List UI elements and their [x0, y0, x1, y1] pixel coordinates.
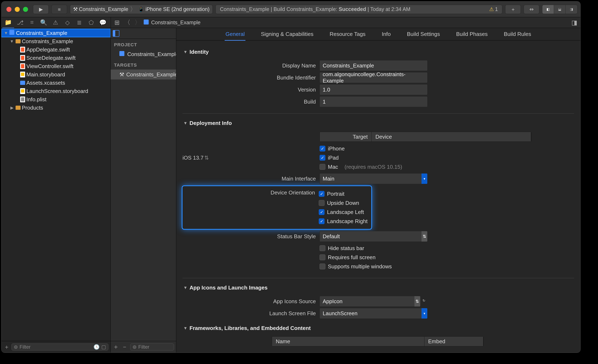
- requires-full-screen-checkbox[interactable]: [320, 254, 325, 260]
- tree-file[interactable]: SceneDelegate.swift: [1, 54, 110, 62]
- breakpoint-navigator-icon[interactable]: ⬠: [85, 17, 97, 28]
- build-label: Build: [183, 98, 320, 105]
- assets-icon: [20, 81, 25, 85]
- project-section-header: PROJECT: [111, 39, 176, 49]
- target-filter[interactable]: ⊜ Filter: [130, 343, 174, 350]
- version-input[interactable]: 1.0: [320, 84, 428, 95]
- target-row[interactable]: ⚒ Constraints_Example: [111, 70, 176, 80]
- status-time: | Today at 2:34 AM: [366, 6, 410, 12]
- tab-signing[interactable]: Signing & Capabilities: [260, 28, 314, 40]
- embed-column-header: Embed: [424, 337, 483, 346]
- tab-info[interactable]: Info: [381, 28, 391, 40]
- landscape-right-checkbox[interactable]: ✓: [319, 218, 324, 224]
- report-navigator-icon[interactable]: 💬: [97, 17, 109, 28]
- upside-down-checkbox[interactable]: [319, 200, 324, 206]
- multiple-windows-checkbox[interactable]: [320, 264, 325, 269]
- back-button[interactable]: 〈: [123, 18, 132, 27]
- editor-options-icon[interactable]: ◨: [570, 18, 579, 27]
- tree-file[interactable]: Info.plist: [1, 95, 110, 104]
- build-input[interactable]: 1: [320, 96, 428, 107]
- tab-resource[interactable]: Resource Tags: [329, 28, 366, 40]
- toggle-target-panel-icon[interactable]: [113, 30, 119, 37]
- library-button[interactable]: ＋: [505, 5, 521, 14]
- toggle-debug[interactable]: ⬓: [554, 5, 566, 14]
- tree-file[interactable]: ViewController.swift: [1, 62, 110, 70]
- editor-tabs: General Signing & Capabilities Resource …: [176, 28, 580, 40]
- disclosure-icon[interactable]: ▼: [9, 39, 14, 44]
- tab-general[interactable]: General: [225, 28, 246, 40]
- app-icons-source-label: App Icons Source: [183, 298, 320, 305]
- launch-screen-combo[interactable]: LaunchScreen▾: [320, 308, 428, 319]
- swift-icon: [20, 47, 25, 53]
- tab-build-phases[interactable]: Build Phases: [455, 28, 489, 40]
- jump-bar-file[interactable]: Constraints_Example: [151, 19, 200, 25]
- disclosure-icon[interactable]: ▶: [9, 105, 14, 110]
- tree-file[interactable]: Main.storyboard: [1, 70, 110, 79]
- tree-root[interactable]: ▼ Constraints_Example: [1, 29, 110, 37]
- tree-item-label: ViewController.swift: [26, 63, 73, 70]
- tree-file[interactable]: LaunchScreen.storyboard: [1, 87, 110, 95]
- ipad-checkbox[interactable]: ✓: [320, 155, 325, 161]
- test-navigator-icon[interactable]: ◇: [61, 17, 73, 28]
- toggle-inspector[interactable]: ◨: [566, 5, 577, 14]
- issue-navigator-icon[interactable]: ⚠: [50, 17, 61, 28]
- disclosure-icon[interactable]: ▼: [183, 326, 188, 331]
- symbol-navigator-icon[interactable]: ⌗: [26, 17, 38, 28]
- tree-file[interactable]: Assets.xcassets: [1, 79, 110, 87]
- recent-icon[interactable]: 🕓: [93, 344, 100, 350]
- project-navigator-icon[interactable]: 📁: [2, 17, 14, 28]
- remove-target-button[interactable]: －: [121, 343, 128, 351]
- tree-item-label: Constraints_Example: [22, 38, 73, 45]
- hide-status-bar-checkbox[interactable]: [320, 245, 325, 251]
- navigator-filter[interactable]: ⊜ Filter 🕓 ▢: [11, 343, 108, 350]
- status-bar[interactable]: Constraints_Example | Build Constraints_…: [216, 5, 502, 14]
- minimize-window-button[interactable]: [15, 7, 20, 12]
- disclosure-icon[interactable]: ▼: [183, 285, 188, 290]
- tree-group-products[interactable]: ▶ Products: [1, 104, 110, 112]
- portrait-checkbox[interactable]: ✓: [319, 191, 324, 197]
- section-title: Frameworks, Libraries, and Embedded Cont…: [190, 325, 311, 332]
- tab-build-settings[interactable]: Build Settings: [406, 28, 441, 40]
- chevron-updown-icon: [422, 231, 427, 242]
- mac-checkbox[interactable]: [320, 164, 325, 170]
- disclosure-icon[interactable]: ▼: [4, 31, 8, 35]
- stop-button[interactable]: ■: [51, 5, 67, 14]
- scheme-selector[interactable]: ⚒ Constraints_Example 〉 📱 iPhone SE (2nd…: [70, 5, 213, 14]
- add-file-button[interactable]: ＋: [4, 343, 10, 351]
- display-name-input[interactable]: Constraints_Example: [320, 60, 428, 71]
- tab-build-rules[interactable]: Build Rules: [503, 28, 532, 40]
- project-row[interactable]: Constraints_Example: [111, 49, 176, 59]
- debug-navigator-icon[interactable]: ≣: [73, 17, 85, 28]
- tree-file[interactable]: AppDelegate.swift: [1, 45, 110, 54]
- toggle-navigator[interactable]: ◧: [542, 5, 554, 14]
- app-icons-source-combo[interactable]: AppIcon: [320, 296, 420, 307]
- tree-group[interactable]: ▼ Constraints_Example: [1, 37, 110, 45]
- main-interface-combo[interactable]: Main▾: [320, 173, 428, 184]
- scm-filter-icon[interactable]: ▢: [101, 344, 106, 350]
- code-review-button[interactable]: ⇔: [524, 5, 539, 14]
- zoom-window-button[interactable]: [23, 7, 28, 12]
- disclosure-icon[interactable]: ▼: [183, 50, 188, 54]
- close-window-button[interactable]: [7, 7, 11, 12]
- ios-version-selector[interactable]: iOS 13.7⇅: [183, 155, 316, 161]
- iphone-checkbox[interactable]: ✓: [320, 146, 325, 152]
- find-navigator-icon[interactable]: 🔍: [38, 17, 50, 28]
- bundle-id-input[interactable]: com.algonquincollege.Constraints-Example: [320, 72, 428, 83]
- warning-indicator[interactable]: ⚠ 1: [489, 6, 498, 12]
- forward-button[interactable]: 〉: [133, 18, 142, 27]
- window-controls: [4, 7, 30, 12]
- disclosure-icon[interactable]: ▼: [183, 121, 188, 126]
- run-button[interactable]: ▶: [33, 5, 49, 14]
- landscape-left-checkbox[interactable]: ✓: [319, 209, 324, 215]
- launch-screen-label: Launch Screen File: [183, 310, 320, 317]
- refresh-icon[interactable]: ↻: [423, 299, 428, 304]
- status-bar-style-combo[interactable]: Default: [320, 231, 428, 242]
- related-items-icon[interactable]: ⊞: [113, 18, 121, 27]
- orientation-highlight: Device Orientation ✓Portrait Upside Down…: [182, 185, 372, 230]
- titlebar: ▶ ■ ⚒ Constraints_Example 〉 📱 iPhone SE …: [1, 1, 580, 17]
- source-control-navigator-icon[interactable]: ⎇: [14, 17, 26, 28]
- checkbox-label: iPhone: [328, 146, 345, 152]
- warning-count: 1: [495, 6, 498, 12]
- checkbox-label: Mac: [328, 164, 338, 170]
- add-target-button[interactable]: ＋: [113, 343, 119, 351]
